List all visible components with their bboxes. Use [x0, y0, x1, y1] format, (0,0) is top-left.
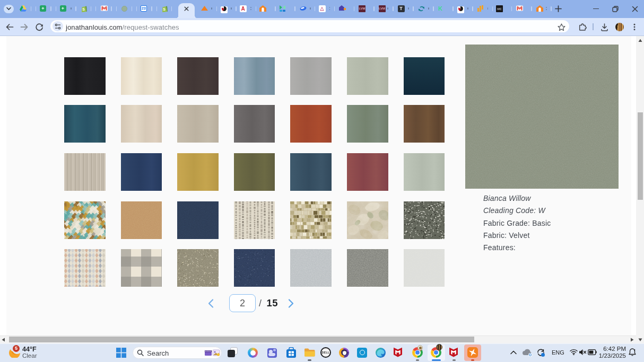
svg-text:z: z [634, 348, 636, 351]
svg-text:S: S [163, 7, 166, 11]
svg-text:S: S [82, 7, 85, 11]
